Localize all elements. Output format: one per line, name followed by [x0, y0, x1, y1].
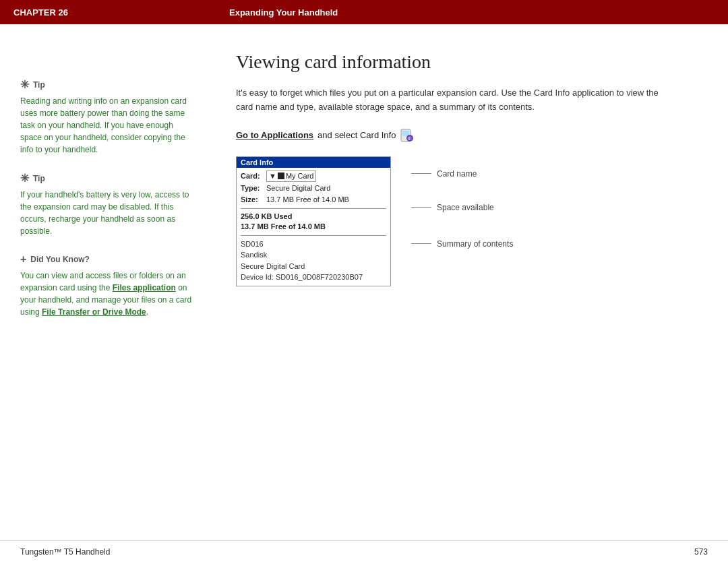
tip1-label: Tip [33, 80, 45, 90]
tip1-text: Reading and writing info on an expansion… [20, 95, 195, 156]
did-you-know-text: You can view and access files or folders… [20, 270, 195, 318]
spacer1 [411, 182, 513, 199]
type-value: Secure Digital Card [266, 183, 330, 193]
asterisk-icon-1: ✳ [20, 78, 29, 91]
plus-icon: + [20, 253, 26, 266]
footer-brand: Tungsten™ T5 Handheld [20, 547, 110, 557]
tip-block-1: ✳ Tip Reading and writing info on an exp… [20, 78, 195, 156]
tip1-header: ✳ Tip [20, 78, 195, 91]
go-to-suffix: and select Card Info [317, 130, 396, 140]
file-transfer-link[interactable]: File Transfer or Drive Mode [42, 307, 146, 317]
go-to-applications[interactable]: Go to Applications [236, 130, 313, 140]
free-row: 13.7 MB Free of 14.0 MB [241, 222, 386, 232]
asterisk-icon-2: ✳ [20, 172, 29, 185]
card-info-titlebar: Card Info [237, 157, 390, 168]
size-value: 13.7 MB Free of 14.0 MB [266, 195, 349, 205]
did-you-know-block: + Did You Know? You can view and access … [20, 253, 195, 318]
tip2-header: ✳ Tip [20, 172, 195, 185]
card-dropdown[interactable]: ▼ My Card [266, 170, 316, 182]
label-space: Space available [411, 199, 513, 216]
did-you-know-header: + Did You Know? [20, 253, 195, 266]
label-dash-2 [411, 207, 431, 208]
footer-page-number: 573 [694, 547, 708, 557]
spacer2 [411, 216, 513, 236]
label-summary: Summary of contents [411, 236, 513, 252]
tip2-label: Tip [33, 174, 45, 183]
summary-label: Summary of contents [437, 239, 513, 249]
main-content: ✳ Tip Reading and writing info on an exp… [0, 24, 728, 540]
intro-paragraph: It's easy to forget which files you put … [236, 86, 667, 115]
size-label: Size: [241, 195, 266, 205]
files-application-link[interactable]: Files application [113, 283, 176, 292]
chapter-label: CHAPTER 26 [13, 7, 229, 18]
dyk-text3: . [146, 307, 148, 317]
card-details: SD016SandiskSecure Digital CardDevice Id… [241, 239, 386, 283]
card-label: Card: [241, 171, 266, 181]
space-available-label: Space available [437, 203, 494, 212]
page-footer: Tungsten™ T5 Handheld 573 [0, 540, 728, 562]
did-you-know-label: Did You Know? [30, 255, 90, 264]
label-card-name: Card name [411, 166, 513, 182]
page-header: CHAPTER 26 Expanding Your Handheld [0, 0, 728, 24]
go-to-line: Go to Applications and select Card Info … [236, 128, 694, 143]
card-info-box: Card Info Card: ▼ My Card Type: Secure D… [236, 156, 391, 286]
divider2 [241, 235, 386, 236]
type-row: Type: Secure Digital Card [241, 183, 386, 193]
dropdown-arrow: ▼ [269, 171, 276, 181]
tip2-text: If your handheld's battery is very low, … [20, 189, 195, 237]
card-value: My Card [286, 171, 314, 181]
card-square-icon [278, 173, 284, 179]
type-label: Type: [241, 183, 266, 193]
divider [241, 208, 386, 209]
label-dash-3 [411, 243, 431, 244]
chapter-title: Expanding Your Handheld [229, 7, 338, 18]
card-info-body: Card: ▼ My Card Type: Secure Digital Car… [237, 168, 390, 286]
size-row: Size: 13.7 MB Free of 14.0 MB [241, 195, 386, 205]
content-area: Viewing card information It's easy to fo… [209, 24, 728, 540]
card-info-diagram: Card Info Card: ▼ My Card Type: Secure D… [236, 156, 694, 286]
card-name-label: Card name [437, 169, 477, 179]
tip-block-2: ✳ Tip If your handheld's battery is very… [20, 172, 195, 237]
card-info-app-icon: i [400, 128, 415, 143]
used-row: 256.0 KB Used [241, 212, 386, 222]
sidebar: ✳ Tip Reading and writing info on an exp… [0, 24, 209, 540]
label-dash-1 [411, 173, 431, 174]
card-row: Card: ▼ My Card [241, 170, 386, 182]
card-info-labels: Card name Space available Summary of con… [411, 156, 513, 252]
svg-text:i: i [408, 136, 410, 141]
page-title: Viewing card information [236, 51, 694, 73]
